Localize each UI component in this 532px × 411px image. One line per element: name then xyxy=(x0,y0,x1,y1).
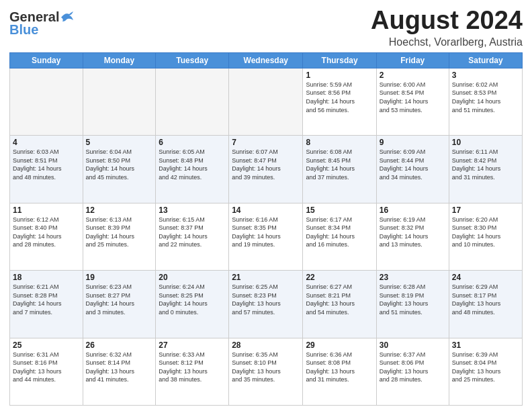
day-number: 22 xyxy=(306,273,373,282)
day-number: 1 xyxy=(306,71,373,80)
calendar-cell: 18Sunrise: 6:21 AM Sunset: 8:28 PM Dayli… xyxy=(10,271,83,338)
day-info: Sunrise: 6:25 AM Sunset: 8:23 PM Dayligh… xyxy=(232,283,300,316)
day-info: Sunrise: 6:04 AM Sunset: 8:50 PM Dayligh… xyxy=(86,148,153,181)
day-number: 27 xyxy=(159,340,226,350)
day-info: Sunrise: 6:12 AM Sunset: 8:40 PM Dayligh… xyxy=(13,216,80,249)
calendar-cell: 29Sunrise: 6:36 AM Sunset: 8:08 PM Dayli… xyxy=(303,338,376,405)
day-number: 15 xyxy=(306,205,373,215)
page-title: August 2024 xyxy=(371,7,523,35)
bird-icon xyxy=(60,11,75,23)
day-number: 10 xyxy=(452,138,519,147)
calendar-cell: 23Sunrise: 6:28 AM Sunset: 8:19 PM Dayli… xyxy=(376,271,449,338)
header: General Blue August 2024 Hoechst, Vorarl… xyxy=(9,7,523,48)
calendar-cell: 6Sunrise: 6:05 AM Sunset: 8:48 PM Daylig… xyxy=(156,136,229,203)
calendar-cell xyxy=(156,68,229,135)
calendar-cell: 1Sunrise: 5:59 AM Sunset: 8:56 PM Daylig… xyxy=(303,68,376,135)
day-number: 24 xyxy=(452,273,519,282)
calendar-cell xyxy=(229,68,303,135)
day-number: 23 xyxy=(380,273,446,282)
day-info: Sunrise: 6:27 AM Sunset: 8:21 PM Dayligh… xyxy=(306,283,373,316)
calendar-cell: 9Sunrise: 6:09 AM Sunset: 8:44 PM Daylig… xyxy=(376,136,449,203)
calendar-header-thursday: Thursday xyxy=(303,52,376,68)
calendar-cell: 26Sunrise: 6:32 AM Sunset: 8:14 PM Dayli… xyxy=(83,338,156,405)
day-info: Sunrise: 6:19 AM Sunset: 8:32 PM Dayligh… xyxy=(380,216,446,249)
calendar-cell: 15Sunrise: 6:17 AM Sunset: 8:34 PM Dayli… xyxy=(303,203,376,270)
calendar-cell: 8Sunrise: 6:08 AM Sunset: 8:45 PM Daylig… xyxy=(303,136,376,203)
calendar-cell: 4Sunrise: 6:03 AM Sunset: 8:51 PM Daylig… xyxy=(10,136,83,203)
calendar-week-row: 18Sunrise: 6:21 AM Sunset: 8:28 PM Dayli… xyxy=(10,271,523,338)
calendar-cell xyxy=(10,68,83,135)
calendar-cell: 2Sunrise: 6:00 AM Sunset: 8:54 PM Daylig… xyxy=(376,68,449,135)
page-subtitle: Hoechst, Vorarlberg, Austria xyxy=(371,36,523,48)
day-info: Sunrise: 6:03 AM Sunset: 8:51 PM Dayligh… xyxy=(13,148,80,181)
calendar-table: SundayMondayTuesdayWednesdayThursdayFrid… xyxy=(9,52,523,406)
calendar-cell: 28Sunrise: 6:35 AM Sunset: 8:10 PM Dayli… xyxy=(229,338,303,405)
day-info: Sunrise: 6:29 AM Sunset: 8:17 PM Dayligh… xyxy=(452,283,519,316)
day-number: 4 xyxy=(13,138,80,147)
calendar-week-row: 1Sunrise: 5:59 AM Sunset: 8:56 PM Daylig… xyxy=(10,68,523,135)
calendar-cell: 27Sunrise: 6:33 AM Sunset: 8:12 PM Dayli… xyxy=(156,338,229,405)
day-info: Sunrise: 6:23 AM Sunset: 8:27 PM Dayligh… xyxy=(86,283,153,316)
day-info: Sunrise: 6:02 AM Sunset: 8:53 PM Dayligh… xyxy=(452,81,519,114)
day-number: 18 xyxy=(13,273,80,282)
day-number: 13 xyxy=(159,205,226,215)
day-number: 11 xyxy=(13,205,80,215)
day-number: 26 xyxy=(86,340,153,350)
day-info: Sunrise: 6:32 AM Sunset: 8:14 PM Dayligh… xyxy=(86,351,153,384)
calendar-header-saturday: Saturday xyxy=(449,52,522,68)
day-number: 21 xyxy=(232,273,300,282)
day-number: 14 xyxy=(232,205,300,215)
day-number: 17 xyxy=(452,205,519,215)
day-info: Sunrise: 6:35 AM Sunset: 8:10 PM Dayligh… xyxy=(232,351,300,384)
day-number: 5 xyxy=(86,138,153,147)
day-info: Sunrise: 6:31 AM Sunset: 8:16 PM Dayligh… xyxy=(13,351,80,384)
day-info: Sunrise: 6:39 AM Sunset: 8:04 PM Dayligh… xyxy=(452,351,519,384)
calendar-cell: 14Sunrise: 6:16 AM Sunset: 8:35 PM Dayli… xyxy=(229,203,303,270)
page: General Blue August 2024 Hoechst, Vorarl… xyxy=(0,0,532,411)
day-info: Sunrise: 6:16 AM Sunset: 8:35 PM Dayligh… xyxy=(232,216,300,249)
calendar-cell: 20Sunrise: 6:24 AM Sunset: 8:25 PM Dayli… xyxy=(156,271,229,338)
calendar-cell: 25Sunrise: 6:31 AM Sunset: 8:16 PM Dayli… xyxy=(10,338,83,405)
day-number: 29 xyxy=(306,340,373,350)
logo: General Blue xyxy=(9,9,75,38)
day-info: Sunrise: 5:59 AM Sunset: 8:56 PM Dayligh… xyxy=(306,81,373,114)
calendar-header-wednesday: Wednesday xyxy=(229,52,303,68)
day-number: 12 xyxy=(86,205,153,215)
calendar-week-row: 11Sunrise: 6:12 AM Sunset: 8:40 PM Dayli… xyxy=(10,203,523,270)
calendar-cell: 3Sunrise: 6:02 AM Sunset: 8:53 PM Daylig… xyxy=(449,68,522,135)
day-number: 30 xyxy=(380,340,446,350)
day-number: 2 xyxy=(380,71,446,80)
calendar-header-monday: Monday xyxy=(83,52,156,68)
day-info: Sunrise: 6:15 AM Sunset: 8:37 PM Dayligh… xyxy=(159,216,226,249)
calendar-cell: 10Sunrise: 6:11 AM Sunset: 8:42 PM Dayli… xyxy=(449,136,522,203)
day-info: Sunrise: 6:33 AM Sunset: 8:12 PM Dayligh… xyxy=(159,351,226,384)
day-info: Sunrise: 6:08 AM Sunset: 8:45 PM Dayligh… xyxy=(306,148,373,181)
calendar-cell: 11Sunrise: 6:12 AM Sunset: 8:40 PM Dayli… xyxy=(10,203,83,270)
title-block: August 2024 Hoechst, Vorarlberg, Austria xyxy=(371,7,523,48)
day-info: Sunrise: 6:00 AM Sunset: 8:54 PM Dayligh… xyxy=(380,81,446,114)
day-info: Sunrise: 6:11 AM Sunset: 8:42 PM Dayligh… xyxy=(452,148,519,181)
day-info: Sunrise: 6:37 AM Sunset: 8:06 PM Dayligh… xyxy=(380,351,446,384)
day-info: Sunrise: 6:05 AM Sunset: 8:48 PM Dayligh… xyxy=(159,148,226,181)
day-info: Sunrise: 6:24 AM Sunset: 8:25 PM Dayligh… xyxy=(159,283,226,316)
day-number: 16 xyxy=(380,205,446,215)
day-info: Sunrise: 6:36 AM Sunset: 8:08 PM Dayligh… xyxy=(306,351,373,384)
calendar-cell xyxy=(83,68,156,135)
calendar-cell: 16Sunrise: 6:19 AM Sunset: 8:32 PM Dayli… xyxy=(376,203,449,270)
calendar-week-row: 4Sunrise: 6:03 AM Sunset: 8:51 PM Daylig… xyxy=(10,136,523,203)
calendar-header-tuesday: Tuesday xyxy=(156,52,229,68)
day-number: 3 xyxy=(452,71,519,80)
day-number: 19 xyxy=(86,273,153,282)
calendar-cell: 7Sunrise: 6:07 AM Sunset: 8:47 PM Daylig… xyxy=(229,136,303,203)
day-info: Sunrise: 6:20 AM Sunset: 8:30 PM Dayligh… xyxy=(452,216,519,249)
day-info: Sunrise: 6:28 AM Sunset: 8:19 PM Dayligh… xyxy=(380,283,446,316)
day-number: 31 xyxy=(452,340,519,350)
calendar-week-row: 25Sunrise: 6:31 AM Sunset: 8:16 PM Dayli… xyxy=(10,338,523,405)
day-number: 8 xyxy=(306,138,373,147)
calendar-cell: 12Sunrise: 6:13 AM Sunset: 8:39 PM Dayli… xyxy=(83,203,156,270)
day-number: 9 xyxy=(380,138,446,147)
day-info: Sunrise: 6:21 AM Sunset: 8:28 PM Dayligh… xyxy=(13,283,80,316)
calendar-cell: 24Sunrise: 6:29 AM Sunset: 8:17 PM Dayli… xyxy=(449,271,522,338)
day-info: Sunrise: 6:13 AM Sunset: 8:39 PM Dayligh… xyxy=(86,216,153,249)
calendar-cell: 22Sunrise: 6:27 AM Sunset: 8:21 PM Dayli… xyxy=(303,271,376,338)
